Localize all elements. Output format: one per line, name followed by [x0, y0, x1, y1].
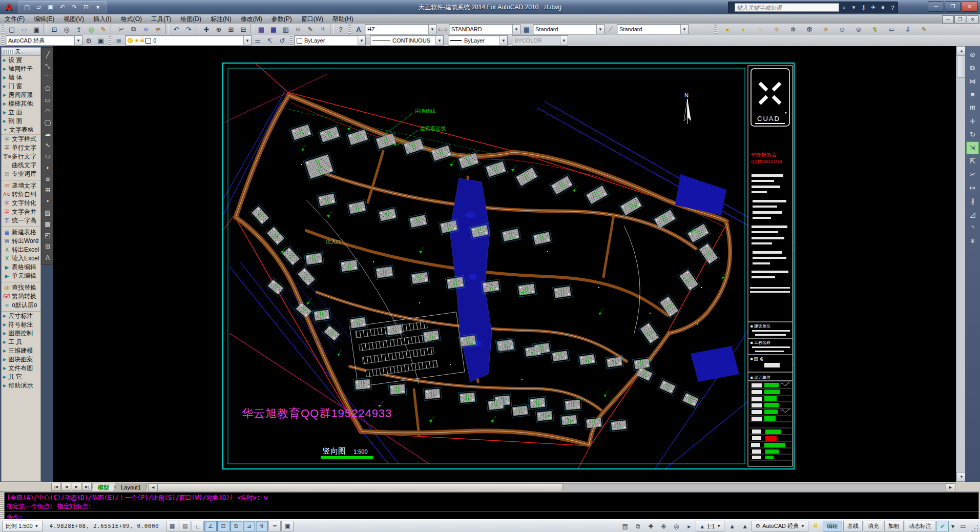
edit-icon[interactable]: ✎	[97, 24, 110, 35]
palette-group[interactable]: ▶轴网柱子	[2, 65, 40, 73]
save-icon[interactable]: ▣	[46, 2, 56, 12]
dim-style-combo[interactable]: STANDARD▼	[449, 24, 520, 34]
annotation-autoscale-button[interactable]: ▲	[739, 521, 751, 531]
palette-group[interactable]: ▶图块图案	[2, 355, 40, 364]
plot-icon[interactable]: ⊡	[81, 2, 91, 12]
palette-item[interactable]: ¹²³递增文字	[2, 180, 40, 190]
palette-item[interactable]: 字文字合并	[2, 208, 40, 216]
comm-center-icon[interactable]: ✈	[868, 2, 878, 13]
combo-arrow-icon[interactable]: ▼	[435, 36, 443, 45]
layer-properties-icon[interactable]: ≣	[113, 35, 125, 46]
publish-icon[interactable]: ⇪	[73, 24, 85, 35]
command-text-area[interactable]: [全部(A)/中心(C)/动态(D)/范围(E)/上一个(P)/比例(S)/窗口…	[4, 492, 979, 520]
arc-icon[interactable]: ◠	[42, 106, 53, 117]
layer-on2-icon[interactable]: ◐	[738, 24, 750, 35]
palette-item[interactable]: ﹏曲线文字	[2, 161, 40, 170]
rotate-icon[interactable]: ↻	[966, 128, 979, 141]
combo-arrow-icon[interactable]: ▼	[74, 36, 82, 45]
showmotion-button[interactable]: ▸	[683, 521, 695, 531]
toolbar-grip[interactable]	[348, 25, 351, 34]
search-binoculars-icon[interactable]: ⌕	[839, 2, 849, 13]
palette-group[interactable]: ▶其 它	[2, 373, 40, 381]
toolbar-grip[interactable]	[2, 36, 4, 45]
combo-arrow-icon[interactable]: ▼	[243, 36, 251, 45]
explode-icon[interactable]: ✳	[966, 235, 979, 248]
menu-item[interactable]: 修改(M)	[236, 14, 267, 24]
layer-walk-icon[interactable]: ↯	[869, 24, 881, 35]
move-icon[interactable]: ✛	[966, 115, 979, 128]
undo-icon[interactable]: ↶	[170, 24, 182, 35]
lwt-toggle[interactable]: ━	[268, 521, 281, 531]
menu-item[interactable]: 编辑(E)	[29, 14, 59, 24]
layer-states-icon[interactable]: ⚌	[252, 35, 264, 46]
palette-item[interactable]: ▶表格编辑	[2, 263, 40, 272]
cut-icon[interactable]: ✂	[115, 24, 128, 35]
sheetset-icon[interactable]: ⧈	[292, 24, 304, 35]
table-icon[interactable]: ⊞	[42, 241, 53, 252]
search-dropdown-icon[interactable]: ▾	[849, 2, 859, 13]
paste-icon[interactable]: ⧇	[140, 24, 152, 35]
quickcalc-icon[interactable]: ⌗	[317, 24, 329, 35]
matchprop-icon[interactable]: ≋	[152, 24, 164, 35]
status-text-toggle[interactable]: 编组	[823, 521, 842, 531]
menu-item[interactable]: 格式(O)	[116, 14, 147, 24]
new-file-icon[interactable]: ▢	[22, 2, 32, 12]
combo-arrow-icon[interactable]: ▼	[680, 25, 688, 34]
line-icon[interactable]: ╱	[42, 49, 53, 60]
fillet-icon[interactable]: ◝	[966, 221, 979, 234]
zoom-window-icon[interactable]: ⊞	[225, 24, 237, 35]
menu-item[interactable]: 文件(F)	[0, 14, 29, 24]
palette-group[interactable]: ▶剖 面	[2, 117, 40, 126]
ellipse-icon[interactable]: ⬭	[42, 151, 53, 162]
menu-item[interactable]: 绘图(D)	[176, 14, 206, 24]
clean-screen-button[interactable]: ▭	[957, 521, 969, 531]
workspace-save-icon[interactable]: ▣	[95, 35, 107, 46]
make-block-icon[interactable]: ⊞	[42, 185, 53, 196]
lineweight-combo[interactable]: ByLayer▼	[448, 35, 508, 46]
text-style-combo[interactable]: HZ▼	[365, 24, 436, 34]
palette-item[interactable]: ▤专业词库	[2, 170, 40, 178]
layout-button[interactable]: ⧉	[632, 521, 644, 531]
palette-title[interactable]: 天...	[2, 48, 40, 56]
new-icon[interactable]: ▢	[6, 24, 18, 35]
layer-freeze-icon[interactable]: ❄	[787, 24, 799, 35]
palette-group[interactable]: ▶立 面	[2, 108, 40, 117]
palette-item[interactable]: 字统一字高	[2, 216, 40, 225]
status-text-toggle[interactable]: 基线	[843, 521, 863, 531]
qat-dropdown-icon[interactable]: ▾	[93, 2, 103, 12]
vertical-scrollbar[interactable]: ▲ ▼	[956, 46, 966, 482]
menu-item[interactable]: 帮助(H)	[328, 14, 358, 24]
palette-group[interactable]: ▶尺寸标注	[2, 312, 40, 320]
layer-thaw-icon[interactable]: ❆	[803, 24, 816, 35]
layer-down-icon[interactable]: ⇩	[902, 24, 914, 35]
properties-icon[interactable]: ▤	[255, 24, 267, 35]
palette-group[interactable]: ▶楼梯其他	[2, 99, 40, 108]
polygon-icon[interactable]: ⬠	[42, 83, 53, 94]
snap-toggle[interactable]: ▦	[166, 521, 178, 531]
drawing-canvas[interactable]: 用地红线 建筑退让线 出入口 N 华云旭教	[53, 46, 956, 482]
menu-item[interactable]: 窗口(W)	[297, 14, 328, 24]
tangent-status-icon[interactable]: ✔	[936, 521, 949, 531]
palette-item[interactable]: X转出Excel	[2, 245, 40, 254]
palette-item[interactable]: ▦新建表格	[2, 227, 40, 237]
search-input[interactable]	[735, 3, 839, 12]
palette-item[interactable]: 字文字样式	[2, 135, 40, 144]
array-icon[interactable]: ⊞	[966, 101, 979, 114]
palette-item[interactable]: A↻转角自纠	[2, 190, 40, 199]
point-icon[interactable]: •	[42, 196, 53, 207]
scale-selector[interactable]: 比例 1:500▼	[2, 521, 43, 531]
help-icon[interactable]: ?	[335, 24, 347, 35]
open-file-icon[interactable]: ▱	[34, 2, 44, 12]
color-combo[interactable]: ByLayer▼	[294, 35, 366, 46]
web-icon[interactable]: ◍	[85, 24, 97, 35]
zoom-realtime-icon[interactable]: ⊕	[213, 24, 225, 35]
zoom-button[interactable]: ⊕	[657, 521, 670, 531]
key-icon[interactable]: ⚷	[859, 2, 868, 13]
tab-nav-button[interactable]: ▶|	[82, 483, 92, 491]
tab-nav-button[interactable]: ◀	[61, 483, 71, 491]
layer-previous2-icon[interactable]: ↺	[276, 35, 288, 46]
favorites-star-icon[interactable]: ★	[878, 2, 888, 13]
toolbar-grip[interactable]	[109, 36, 111, 45]
palette-item[interactable]: GB繁简转换	[2, 292, 40, 301]
palette-group[interactable]: ▶三维建模	[2, 346, 40, 355]
